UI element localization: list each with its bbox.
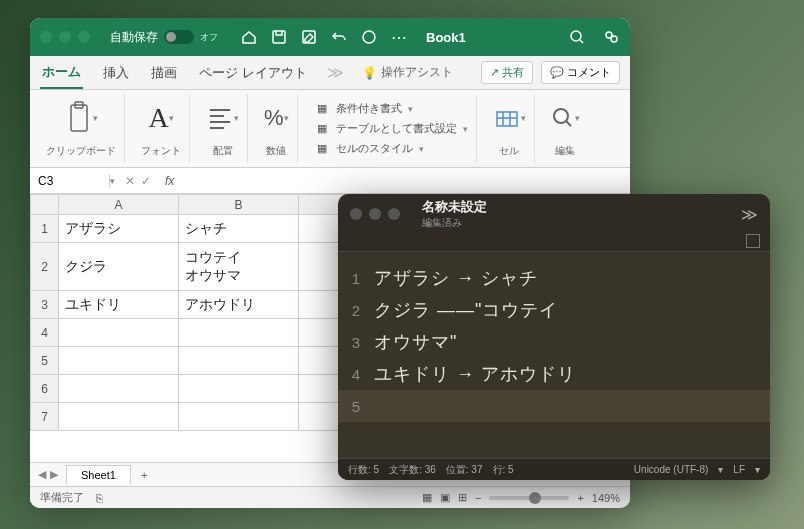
ed-max[interactable]	[388, 208, 400, 220]
cell-A2[interactable]: クジラ	[59, 243, 179, 291]
row-5[interactable]: 5	[31, 347, 59, 375]
undo-icon[interactable]	[330, 28, 348, 46]
book-title: Book1	[426, 30, 466, 45]
name-box[interactable]: C3	[30, 174, 110, 188]
tab-layout[interactable]: ページ レイアウト	[197, 58, 309, 88]
formula-bar: C3 ▾ ✕ ✓ fx	[30, 168, 630, 194]
tab-home[interactable]: ホーム	[40, 57, 83, 89]
expand-icon[interactable]: ≫	[741, 205, 758, 224]
share-button[interactable]: ↗ 共有	[481, 61, 533, 84]
ribbon: ▾ クリップボード A▾ フォント ▾ 配置 %▾ 数値 ▦条件付き書式▾ ▦テ…	[30, 90, 630, 168]
text-editor-window: 名称未設定 編集済み ≫ 1アザラシ → シャチ 2クジラ ――"コウテイ 3オ…	[338, 194, 770, 480]
next-sheet-icon[interactable]: ▶	[50, 468, 58, 481]
svg-rect-0	[273, 31, 285, 43]
cell-A1[interactable]: アザラシ	[59, 215, 179, 243]
share-icon[interactable]	[602, 28, 620, 46]
group-cells[interactable]: ▾ セル	[485, 94, 535, 163]
svg-rect-6	[71, 105, 87, 131]
svg-point-3	[571, 31, 581, 41]
sheet-tab-1[interactable]: Sheet1	[66, 465, 131, 484]
status-line: 行: 5	[493, 463, 514, 477]
line-3[interactable]: オウサマ"	[374, 330, 457, 354]
line-num-4: 4	[338, 366, 374, 383]
edit-icon[interactable]	[300, 28, 318, 46]
line-num-1: 1	[338, 270, 374, 287]
search-icon[interactable]	[568, 28, 586, 46]
svg-rect-8	[497, 112, 517, 126]
ribbon-tabs: ホーム 挿入 描画 ページ レイアウト ≫ 💡 操作アシスト ↗ 共有 💬 コメ…	[30, 56, 630, 90]
cancel-icon[interactable]: ✕	[125, 174, 135, 188]
view-break-icon[interactable]: ⊞	[458, 491, 467, 504]
le-dropdown-icon[interactable]: ▾	[755, 464, 760, 475]
prev-sheet-icon[interactable]: ◀	[38, 468, 46, 481]
close-dot[interactable]	[40, 31, 52, 43]
fx-label[interactable]: fx	[165, 174, 174, 188]
table-format[interactable]: ▦テーブルとして書式設定▾	[314, 121, 468, 137]
view-normal-icon[interactable]: ▦	[422, 491, 432, 504]
tab-insert[interactable]: 挿入	[101, 58, 131, 88]
titlebar: 自動保存 オフ ⋯ Book1	[30, 18, 630, 56]
zoom-out[interactable]: −	[475, 492, 481, 504]
row-6[interactable]: 6	[31, 375, 59, 403]
cell-styles[interactable]: ▦セルのスタイル▾	[314, 141, 468, 157]
home-icon[interactable]	[240, 28, 258, 46]
comment-button[interactable]: 💬 コメント	[541, 61, 620, 84]
editor-body[interactable]: 1アザラシ → シャチ 2クジラ ――"コウテイ 3オウサマ" 4ユキドリ → …	[338, 252, 770, 458]
group-font[interactable]: A▾ フォント	[133, 94, 190, 163]
line-4[interactable]: ユキドリ → アホウドリ	[374, 362, 576, 386]
group-clipboard[interactable]: ▾ クリップボード	[38, 94, 125, 163]
add-sheet-button[interactable]: +	[131, 469, 157, 481]
cond-format[interactable]: ▦条件付き書式▾	[314, 101, 468, 117]
cell-B2[interactable]: コウテイオウサマ	[179, 243, 299, 291]
row-4[interactable]: 4	[31, 319, 59, 347]
row-1[interactable]: 1	[31, 215, 59, 243]
line-num-3: 3	[338, 334, 374, 351]
tab-draw[interactable]: 描画	[149, 58, 179, 88]
svg-point-5	[611, 36, 617, 42]
tab-overflow[interactable]: ≫	[327, 63, 344, 82]
editor-traffic-lights[interactable]	[350, 208, 400, 220]
zoom-in[interactable]: +	[577, 492, 583, 504]
row-7[interactable]: 7	[31, 403, 59, 431]
autosave-toggle[interactable]	[164, 30, 194, 44]
line-num-2: 2	[338, 302, 374, 319]
zoom-level[interactable]: 149%	[592, 492, 620, 504]
view-layout-icon[interactable]: ▣	[440, 491, 450, 504]
cell-B1[interactable]: シャチ	[179, 215, 299, 243]
col-A[interactable]: A	[59, 195, 179, 215]
editor-subtitle: 編集済み	[422, 216, 487, 230]
max-dot[interactable]	[78, 31, 90, 43]
status-bar: 準備完了 ⎘ ▦ ▣ ⊞ − + 149%	[30, 486, 630, 508]
save-icon[interactable]	[270, 28, 288, 46]
confirm-icon[interactable]: ✓	[141, 174, 151, 188]
zoom-slider[interactable]	[489, 496, 569, 500]
traffic-lights[interactable]	[40, 31, 90, 43]
ed-close[interactable]	[350, 208, 362, 220]
group-align[interactable]: ▾ 配置	[198, 94, 248, 163]
group-styles: ▦条件付き書式▾ ▦テーブルとして書式設定▾ ▦セルのスタイル▾	[306, 95, 477, 163]
min-dot[interactable]	[59, 31, 71, 43]
editor-status: 行数: 5 文字数: 36 位置: 37 行: 5 Unicode (UTF-8…	[338, 458, 770, 480]
ed-min[interactable]	[369, 208, 381, 220]
cell-B3[interactable]: アホウドリ	[179, 291, 299, 319]
status-pos: 位置: 37	[446, 463, 483, 477]
line-1[interactable]: アザラシ → シャチ	[374, 266, 538, 290]
group-edit[interactable]: ▾ 編集	[543, 94, 588, 163]
row-2[interactable]: 2	[31, 243, 59, 291]
tell-me[interactable]: 💡 操作アシスト	[362, 64, 453, 81]
status-le[interactable]: LF	[733, 464, 745, 475]
svg-point-2	[363, 31, 375, 43]
line-num-5: 5	[338, 398, 374, 415]
redo-icon[interactable]	[360, 28, 378, 46]
titlebar-icons: ⋯	[240, 28, 408, 46]
line-2[interactable]: クジラ ――"コウテイ	[374, 298, 558, 322]
status-encoding[interactable]: Unicode (UTF-8)	[634, 464, 708, 475]
row-3[interactable]: 3	[31, 291, 59, 319]
group-number[interactable]: %▾ 数値	[256, 94, 298, 163]
sidebar-icon[interactable]	[746, 234, 760, 248]
cell-A3[interactable]: ユキドリ	[59, 291, 179, 319]
enc-dropdown-icon[interactable]: ▾	[718, 464, 723, 475]
accessibility-icon[interactable]: ⎘	[96, 492, 103, 504]
more-icon[interactable]: ⋯	[390, 28, 408, 46]
col-B[interactable]: B	[179, 195, 299, 215]
